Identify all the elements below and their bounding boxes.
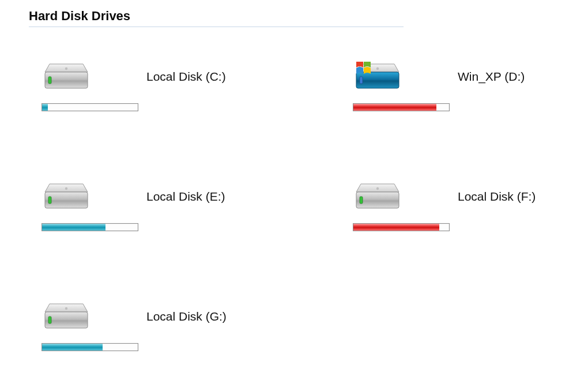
svg-rect-7 (360, 77, 363, 84)
capacity-fill (42, 344, 103, 351)
capacity-bar (42, 103, 138, 111)
drive-e[interactable]: Local Disk (E:) (29, 182, 340, 231)
svg-point-2 (65, 67, 67, 70)
disk-icon (40, 182, 92, 215)
drive-c[interactable]: Local Disk (C:) (29, 62, 340, 111)
disk-icon (40, 302, 92, 335)
capacity-fill (353, 104, 436, 111)
disk-windows-icon (352, 62, 404, 95)
capacity-bar (42, 343, 138, 351)
drive-g[interactable]: Local Disk (G:) (29, 302, 340, 351)
capacity-bar (353, 223, 450, 231)
capacity-bar (353, 103, 450, 111)
svg-point-14 (376, 187, 379, 190)
drive-label: Win_XP (D:) (458, 70, 525, 84)
svg-rect-19 (48, 317, 51, 323)
svg-point-10 (65, 187, 67, 190)
disk-icon (40, 62, 92, 95)
capacity-bar (42, 223, 138, 231)
capacity-fill (42, 104, 48, 111)
svg-rect-3 (48, 77, 51, 84)
svg-rect-11 (48, 197, 51, 204)
svg-point-6 (376, 67, 379, 70)
svg-rect-15 (360, 197, 363, 204)
drive-d[interactable]: Win_XP (D:) (340, 62, 588, 111)
capacity-fill (42, 224, 105, 231)
drives-grid: Local Disk (C:) (29, 62, 576, 351)
drive-f[interactable]: Local Disk (F:) (340, 182, 588, 231)
section-title: Hard Disk Drives (29, 9, 404, 27)
disk-icon (352, 182, 404, 215)
drive-label: Local Disk (C:) (146, 70, 226, 84)
drive-label: Local Disk (E:) (146, 190, 225, 204)
drive-label: Local Disk (G:) (146, 310, 227, 323)
drive-label: Local Disk (F:) (458, 190, 536, 204)
capacity-fill (353, 224, 439, 231)
svg-point-18 (65, 307, 67, 310)
